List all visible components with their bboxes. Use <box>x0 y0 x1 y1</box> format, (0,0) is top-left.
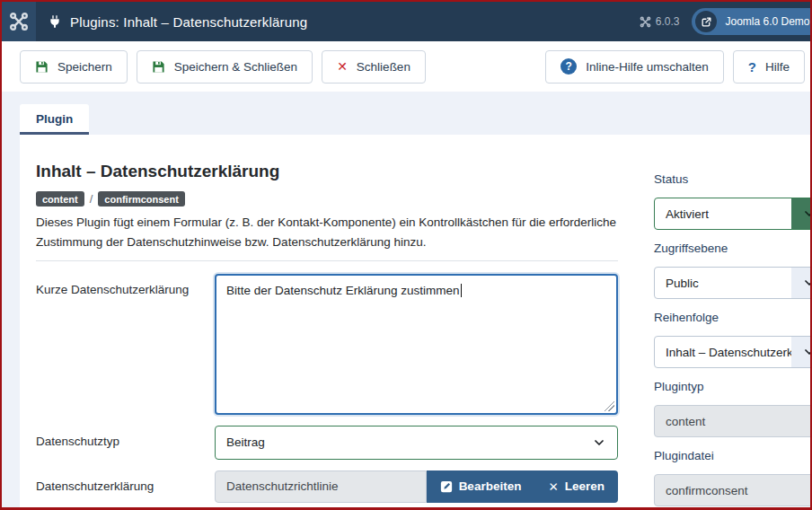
plugin-file-input: confirmconsent <box>654 474 810 506</box>
save-close-label: Speichern & Schließen <box>174 60 297 74</box>
badge-separator: / <box>90 192 93 206</box>
save-icon <box>152 60 165 74</box>
privacy-article-actions: Bearbeiten ✕ Leeren <box>427 470 618 503</box>
privacy-article-label: Datenschutzerklärung <box>36 470 215 493</box>
plug-icon <box>48 14 62 29</box>
plugin-badges: content / confirmconsent <box>36 191 618 207</box>
joomla-logo-icon <box>9 12 29 31</box>
plugin-element-badge: confirmconsent <box>98 191 185 207</box>
joomla-logo <box>2 2 36 41</box>
save-button[interactable]: Speichern <box>20 50 128 84</box>
plugin-type-label: Plugintyp <box>654 380 810 393</box>
settings-sidebar: Status Aktiviert Zugriffsebene Public <box>654 151 810 507</box>
ordering-select[interactable]: Inhalt – Datenschutzerk <box>654 336 810 368</box>
tab-bar: Plugin <box>20 104 810 135</box>
page-title: Plugins: Inhalt – Datenschutzerklärung <box>70 14 307 30</box>
close-icon: ✕ <box>337 59 348 74</box>
edit-article-button[interactable]: Bearbeiten <box>427 470 535 503</box>
close-button[interactable]: ✕ Schließen <box>322 50 426 84</box>
content-area: Plugin Inhalt – Datenschutzerklärung con… <box>2 92 810 507</box>
access-level-select[interactable]: Public <box>654 267 810 299</box>
save-label: Speichern <box>57 60 112 74</box>
help-button[interactable]: ? Hilfe <box>733 50 805 84</box>
status-select[interactable]: Aktiviert <box>654 198 810 230</box>
privacy-article-input: Datenschutzrichtlinie <box>215 470 427 503</box>
pencil-square-icon <box>440 480 453 493</box>
plugin-description: Dieses Plugin fügt einem Formular (z. B.… <box>36 213 618 252</box>
edit-article-label: Bearbeiten <box>459 479 522 493</box>
chevron-down-icon <box>791 198 810 229</box>
section-divider <box>36 260 618 261</box>
version-badge: 6.0.3 <box>640 15 680 28</box>
save-icon <box>35 60 49 74</box>
plugin-file-group: Plugindatei confirmconsent <box>654 449 810 506</box>
chevron-down-icon <box>581 426 617 459</box>
form-row-privacy-article: Datenschutzerklärung Datenschutzrichtlin… <box>36 470 618 503</box>
plugin-group-badge: content <box>36 191 84 207</box>
admin-header: Plugins: Inhalt – Datenschutzerklärung 6… <box>2 2 810 41</box>
short-privacy-label: Kurze Datenschutzerklärung <box>36 274 215 296</box>
privacy-type-value: Beitrag <box>226 435 265 449</box>
question-circle-icon: ? <box>560 58 577 75</box>
plugin-form-column: Inhalt – Datenschutzerklärung content / … <box>36 151 618 507</box>
plugin-edit-card: Inhalt – Datenschutzerklärung content / … <box>20 135 810 507</box>
demo-site-link[interactable]: Joomla 6.0 Demo Website <box>692 8 810 35</box>
short-privacy-textarea[interactable]: Bitte der Datenschutz Erklärung zustimme… <box>215 274 618 415</box>
external-link-icon <box>695 11 717 32</box>
status-value: Aktiviert <box>666 207 709 221</box>
form-row-short-privacy: Kurze Datenschutzerklärung Bitte der Dat… <box>36 274 618 415</box>
close-label: Schließen <box>357 60 410 74</box>
tab-plugin[interactable]: Plugin <box>20 104 89 135</box>
chevron-down-icon <box>791 337 810 367</box>
status-label: Status <box>654 172 810 186</box>
save-close-button[interactable]: Speichern & Schließen <box>137 50 313 84</box>
short-privacy-value: Bitte der Datenschutz Erklärung zustimme… <box>226 284 460 297</box>
action-toolbar: Speichern Speichern & Schließen ✕ Schlie… <box>2 41 810 92</box>
plugin-type-group: Plugintyp content <box>654 380 810 437</box>
access-label: Zugriffsebene <box>654 242 810 255</box>
clear-icon: ✕ <box>548 479 558 494</box>
resize-handle[interactable] <box>605 401 614 411</box>
plugin-type-input: content <box>654 405 810 437</box>
access-group: Zugriffsebene Public <box>654 242 810 299</box>
help-label: Hilfe <box>765 60 790 74</box>
version-number: 6.0.3 <box>656 15 680 28</box>
joomla-mini-icon <box>640 16 651 28</box>
privacy-type-label: Datenschutztyp <box>36 426 215 448</box>
text-caret <box>461 284 463 297</box>
privacy-type-select[interactable]: Beitrag <box>215 426 618 460</box>
ordering-label: Reihenfolge <box>654 311 810 324</box>
clear-article-label: Leeren <box>565 479 605 493</box>
app-window: Plugins: Inhalt – Datenschutzerklärung 6… <box>0 0 812 510</box>
form-row-privacy-type: Datenschutztyp Beitrag <box>36 426 618 460</box>
plugin-heading: Inhalt – Datenschutzerklärung <box>36 162 618 181</box>
plugin-file-label: Plugindatei <box>654 449 810 462</box>
inline-help-label: Inline-Hilfe umschalten <box>586 60 709 74</box>
inline-help-toggle-button[interactable]: ? Inline-Hilfe umschalten <box>545 50 724 84</box>
ordering-value: Inhalt – Datenschutzerk <box>666 346 793 359</box>
demo-site-label: Joomla 6.0 Demo Website <box>725 15 810 28</box>
question-icon: ? <box>748 59 756 75</box>
ordering-group: Reihenfolge Inhalt – Datenschutzerk <box>654 311 810 368</box>
status-group: Status Aktiviert <box>654 172 810 230</box>
access-value: Public <box>666 277 699 290</box>
clear-article-button[interactable]: ✕ Leeren <box>534 470 618 503</box>
chevron-down-icon <box>791 268 810 298</box>
